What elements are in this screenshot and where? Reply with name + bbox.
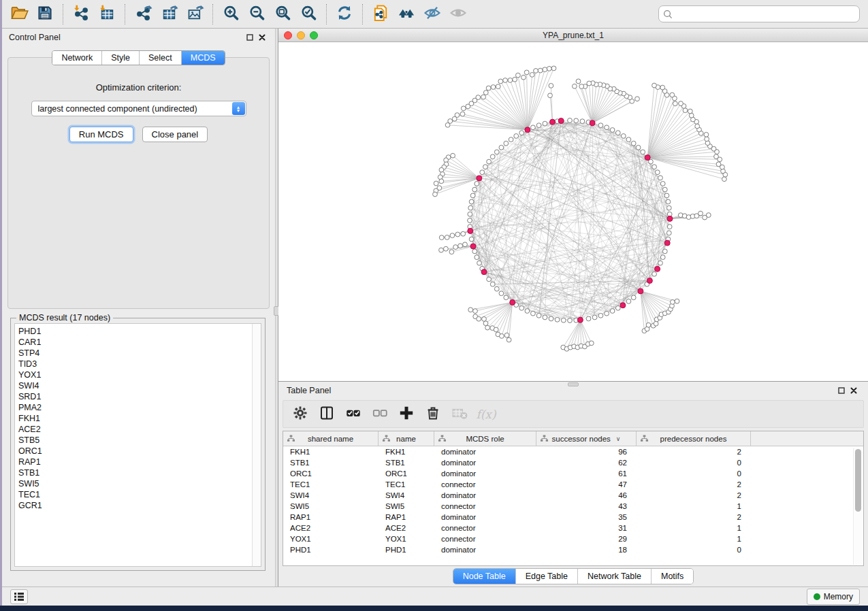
import-network-button[interactable]: [68, 3, 94, 26]
clear-selection-button[interactable]: [370, 403, 390, 425]
mcds-result-item[interactable]: STB1: [18, 467, 252, 478]
tab-node-table[interactable]: Node Table: [453, 569, 516, 584]
float-table-panel-icon[interactable]: [835, 385, 848, 396]
toolbar-button-groups: [6, 3, 471, 26]
clone-network-button[interactable]: [368, 3, 393, 26]
export-network-button[interactable]: [130, 3, 156, 26]
mcds-result-list[interactable]: PHD1CAR1STP4TID3YOX1SWI4SRD1PMA2FKH1ACE2…: [14, 323, 261, 567]
import-table-button[interactable]: [94, 3, 120, 26]
search-input[interactable]: [675, 10, 855, 19]
mcds-result-item[interactable]: PHD1: [18, 326, 252, 337]
zoom-selected-button[interactable]: [295, 3, 321, 26]
table-tabs-row: Node TableEdge TableNetwork TableMotifs: [278, 566, 868, 587]
search-box[interactable]: [658, 5, 860, 22]
tab-network-table[interactable]: Network Table: [578, 569, 652, 584]
table-row[interactable]: ACE2ACE2connector311: [283, 523, 863, 533]
filler-cell: [751, 533, 863, 544]
mcds-result-item[interactable]: GCR1: [18, 500, 252, 511]
close-panel-icon[interactable]: [256, 32, 268, 43]
mcds-result-item[interactable]: STP4: [18, 348, 252, 359]
mcds-result-item[interactable]: TID3: [18, 359, 252, 369]
table-scrollbar-thumb[interactable]: [855, 449, 861, 512]
column-header-successor-nodes[interactable]: successor nodes∨: [536, 431, 637, 446]
select-all-icon: [344, 404, 362, 424]
column-header-predecessor-nodes[interactable]: predecessor nodes: [637, 431, 751, 446]
memory-button[interactable]: Memory: [807, 589, 860, 605]
export-table-button[interactable]: [156, 3, 182, 26]
task-list-icon: [14, 592, 25, 601]
control-panel-title: Control Panel: [9, 33, 61, 42]
float-panel-icon[interactable]: [244, 32, 256, 43]
table-row[interactable]: STB1STB1dominator620: [283, 457, 863, 468]
run-mcds-button[interactable]: Run MCDS: [69, 127, 133, 142]
mcds-result-item[interactable]: CAR1: [18, 337, 252, 348]
table-row[interactable]: TEC1TEC1connector472: [283, 479, 863, 490]
task-history-button[interactable]: [10, 589, 28, 604]
tab-edge-table[interactable]: Edge Table: [516, 569, 578, 584]
close-panel-button[interactable]: Close panel: [142, 127, 208, 142]
name-cell: FKH1: [379, 446, 434, 457]
refresh-layout-button[interactable]: [332, 3, 357, 26]
network-view-canvas[interactable]: [278, 42, 868, 381]
hierarchy-icon: [641, 435, 648, 444]
find-button[interactable]: [393, 3, 419, 26]
column-view-icon: [319, 405, 335, 423]
mcds-result-item[interactable]: SWI5: [18, 478, 252, 489]
mcds-result-item[interactable]: TEC1: [18, 489, 252, 500]
shared-name-cell: STB1: [283, 457, 379, 468]
zoom-selected-icon: [300, 4, 318, 24]
table-row[interactable]: PHD1PHD1dominator180: [283, 544, 863, 555]
mcds-role-cell: dominator: [434, 468, 536, 479]
close-table-panel-icon[interactable]: [848, 385, 860, 396]
delete-entry-button[interactable]: [423, 403, 443, 425]
zoom-out-button[interactable]: [244, 3, 270, 26]
successor-nodes-cell: 46: [536, 490, 637, 501]
refresh-layout-icon: [335, 3, 354, 24]
mcds-result-item[interactable]: YOX1: [18, 369, 252, 380]
mcds-result-item[interactable]: FKH1: [18, 413, 252, 424]
table-row[interactable]: RAP1RAP1dominator352: [283, 512, 863, 523]
zoom-in-button[interactable]: [218, 3, 244, 26]
tab-mcds[interactable]: MCDS: [182, 51, 225, 65]
mcds-result-item[interactable]: STB5: [18, 435, 252, 446]
column-header-name[interactable]: name: [379, 431, 434, 446]
select-all-button[interactable]: [343, 403, 364, 425]
mcds-list-scrollbar[interactable]: [252, 324, 261, 566]
mcds-role-cell: connector: [434, 523, 536, 533]
table-row[interactable]: SWI4SWI4dominator462: [283, 490, 863, 501]
save-session-button[interactable]: [32, 3, 58, 26]
toolbar-separator: [326, 4, 327, 24]
tab-style[interactable]: Style: [102, 51, 140, 65]
mcds-result-item[interactable]: RAP1: [18, 457, 252, 467]
mcds-result-item[interactable]: SWI4: [18, 380, 252, 391]
mcds-result-item[interactable]: PMA2: [18, 402, 252, 413]
mcds-result-item[interactable]: ACE2: [18, 424, 252, 435]
mcds-result-item[interactable]: ORC1: [18, 446, 252, 457]
column-header-MCDS-role[interactable]: MCDS role: [434, 431, 536, 446]
column-view-button[interactable]: [317, 403, 337, 425]
table-settings-button[interactable]: [290, 403, 310, 425]
table-row[interactable]: ORC1ORC1dominator610: [283, 468, 863, 479]
open-file-button[interactable]: [6, 3, 32, 26]
optimization-criterion-select[interactable]: largest connected component (undirected)…: [31, 101, 246, 116]
mcds-role-cell: connector: [434, 501, 536, 512]
table-row[interactable]: FKH1FKH1dominator962: [283, 446, 863, 457]
hide-selected-button[interactable]: [419, 3, 445, 26]
horizontal-splitter-grip[interactable]: [568, 382, 579, 386]
shared-name-cell: ORC1: [283, 468, 379, 479]
zoom-fit-button[interactable]: [270, 3, 295, 26]
table-settings-icon: [292, 405, 308, 423]
clone-network-icon: [371, 3, 390, 24]
tab-select[interactable]: Select: [140, 51, 182, 65]
table-scrollbar[interactable]: [853, 448, 863, 565]
shared-name-cell: YOX1: [283, 533, 379, 544]
add-entry-button[interactable]: [396, 403, 417, 425]
column-header-shared-name[interactable]: shared name: [283, 431, 379, 446]
predecessor-nodes-cell: 2: [637, 490, 751, 501]
tab-network[interactable]: Network: [52, 51, 102, 65]
table-row[interactable]: YOX1YOX1connector291: [283, 533, 863, 544]
table-row[interactable]: SWI5SWI5connector431: [283, 501, 863, 512]
export-image-button[interactable]: [182, 3, 208, 26]
mcds-result-item[interactable]: SRD1: [18, 391, 252, 402]
tab-motifs[interactable]: Motifs: [652, 569, 693, 584]
